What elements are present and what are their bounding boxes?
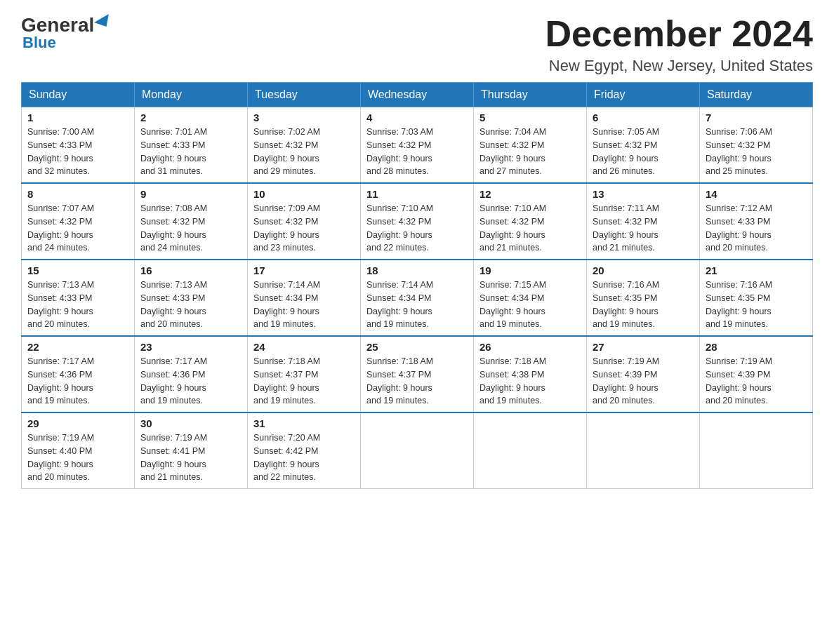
table-row: 24 Sunrise: 7:18 AM Sunset: 4:37 PM Dayl… bbox=[248, 336, 361, 412]
table-row: 15 Sunrise: 7:13 AM Sunset: 4:33 PM Dayl… bbox=[22, 260, 135, 336]
calendar-week-row: 8 Sunrise: 7:07 AM Sunset: 4:32 PM Dayli… bbox=[22, 183, 813, 260]
table-row: 27 Sunrise: 7:19 AM Sunset: 4:39 PM Dayl… bbox=[587, 336, 700, 412]
day-info: Sunrise: 7:02 AM Sunset: 4:32 PM Dayligh… bbox=[253, 126, 355, 178]
table-row: 20 Sunrise: 7:16 AM Sunset: 4:35 PM Dayl… bbox=[587, 260, 700, 336]
title-area: December 2024 New Egypt, New Jersey, Uni… bbox=[545, 14, 813, 75]
table-row: 19 Sunrise: 7:15 AM Sunset: 4:34 PM Dayl… bbox=[474, 260, 587, 336]
calendar-week-row: 22 Sunrise: 7:17 AM Sunset: 4:36 PM Dayl… bbox=[22, 336, 813, 412]
day-info: Sunrise: 7:18 AM Sunset: 4:38 PM Dayligh… bbox=[479, 355, 581, 408]
logo-blue: Blue bbox=[22, 34, 56, 52]
table-row: 5 Sunrise: 7:04 AM Sunset: 4:32 PM Dayli… bbox=[474, 107, 587, 184]
table-row: 10 Sunrise: 7:09 AM Sunset: 4:32 PM Dayl… bbox=[248, 183, 361, 260]
calendar-table: Sunday Monday Tuesday Wednesday Thursday… bbox=[21, 82, 813, 489]
table-row: 29 Sunrise: 7:19 AM Sunset: 4:40 PM Dayl… bbox=[22, 412, 135, 489]
table-row bbox=[587, 412, 700, 489]
day-number: 27 bbox=[593, 341, 694, 353]
table-row: 4 Sunrise: 7:03 AM Sunset: 4:32 PM Dayli… bbox=[361, 107, 474, 184]
table-row: 8 Sunrise: 7:07 AM Sunset: 4:32 PM Dayli… bbox=[22, 183, 135, 260]
day-info: Sunrise: 7:01 AM Sunset: 4:33 PM Dayligh… bbox=[140, 126, 241, 178]
day-info: Sunrise: 7:09 AM Sunset: 4:32 PM Dayligh… bbox=[253, 202, 355, 255]
day-info: Sunrise: 7:08 AM Sunset: 4:32 PM Dayligh… bbox=[140, 202, 241, 255]
logo-arrow-icon bbox=[94, 14, 114, 31]
header-friday: Friday bbox=[587, 83, 700, 107]
page-header: General Blue December 2024 New Egypt, Ne… bbox=[21, 14, 813, 75]
calendar-header-row: Sunday Monday Tuesday Wednesday Thursday… bbox=[22, 83, 813, 107]
table-row: 1 Sunrise: 7:00 AM Sunset: 4:33 PM Dayli… bbox=[22, 107, 135, 184]
day-number: 21 bbox=[706, 264, 807, 276]
header-tuesday: Tuesday bbox=[248, 83, 361, 107]
table-row: 30 Sunrise: 7:19 AM Sunset: 4:41 PM Dayl… bbox=[135, 412, 248, 489]
day-number: 13 bbox=[593, 188, 694, 200]
day-info: Sunrise: 7:12 AM Sunset: 4:33 PM Dayligh… bbox=[706, 202, 807, 255]
day-number: 22 bbox=[27, 341, 128, 353]
day-info: Sunrise: 7:07 AM Sunset: 4:32 PM Dayligh… bbox=[27, 202, 128, 255]
day-number: 17 bbox=[253, 264, 355, 276]
day-info: Sunrise: 7:06 AM Sunset: 4:32 PM Dayligh… bbox=[706, 126, 807, 178]
day-number: 31 bbox=[253, 417, 355, 429]
day-number: 14 bbox=[706, 188, 807, 200]
day-info: Sunrise: 7:11 AM Sunset: 4:32 PM Dayligh… bbox=[593, 202, 694, 255]
logo: General Blue bbox=[21, 14, 112, 52]
table-row: 16 Sunrise: 7:13 AM Sunset: 4:33 PM Dayl… bbox=[135, 260, 248, 336]
table-row: 3 Sunrise: 7:02 AM Sunset: 4:32 PM Dayli… bbox=[248, 107, 361, 184]
day-info: Sunrise: 7:15 AM Sunset: 4:34 PM Dayligh… bbox=[479, 279, 581, 331]
day-number: 28 bbox=[706, 341, 807, 353]
table-row: 26 Sunrise: 7:18 AM Sunset: 4:38 PM Dayl… bbox=[474, 336, 587, 412]
day-info: Sunrise: 7:14 AM Sunset: 4:34 PM Dayligh… bbox=[253, 279, 355, 331]
table-row: 25 Sunrise: 7:18 AM Sunset: 4:37 PM Dayl… bbox=[361, 336, 474, 412]
day-number: 15 bbox=[27, 264, 128, 276]
day-number: 2 bbox=[140, 112, 241, 123]
table-row: 9 Sunrise: 7:08 AM Sunset: 4:32 PM Dayli… bbox=[135, 183, 248, 260]
calendar-week-row: 29 Sunrise: 7:19 AM Sunset: 4:40 PM Dayl… bbox=[22, 412, 813, 489]
day-number: 29 bbox=[27, 417, 128, 429]
day-info: Sunrise: 7:13 AM Sunset: 4:33 PM Dayligh… bbox=[140, 279, 241, 331]
day-number: 25 bbox=[366, 341, 468, 353]
day-number: 19 bbox=[479, 264, 581, 276]
table-row: 14 Sunrise: 7:12 AM Sunset: 4:33 PM Dayl… bbox=[700, 183, 813, 260]
header-monday: Monday bbox=[135, 83, 248, 107]
table-row: 22 Sunrise: 7:17 AM Sunset: 4:36 PM Dayl… bbox=[22, 336, 135, 412]
table-row: 6 Sunrise: 7:05 AM Sunset: 4:32 PM Dayli… bbox=[587, 107, 700, 184]
day-number: 16 bbox=[140, 264, 241, 276]
table-row: 12 Sunrise: 7:10 AM Sunset: 4:32 PM Dayl… bbox=[474, 183, 587, 260]
table-row: 31 Sunrise: 7:20 AM Sunset: 4:42 PM Dayl… bbox=[248, 412, 361, 489]
day-info: Sunrise: 7:14 AM Sunset: 4:34 PM Dayligh… bbox=[366, 279, 468, 331]
day-number: 24 bbox=[253, 341, 355, 353]
table-row: 7 Sunrise: 7:06 AM Sunset: 4:32 PM Dayli… bbox=[700, 107, 813, 184]
day-info: Sunrise: 7:10 AM Sunset: 4:32 PM Dayligh… bbox=[479, 202, 581, 255]
day-info: Sunrise: 7:13 AM Sunset: 4:33 PM Dayligh… bbox=[27, 279, 128, 331]
header-sunday: Sunday bbox=[22, 83, 135, 107]
calendar-week-row: 15 Sunrise: 7:13 AM Sunset: 4:33 PM Dayl… bbox=[22, 260, 813, 336]
day-info: Sunrise: 7:19 AM Sunset: 4:40 PM Dayligh… bbox=[27, 431, 128, 484]
day-number: 6 bbox=[593, 112, 694, 123]
table-row: 2 Sunrise: 7:01 AM Sunset: 4:33 PM Dayli… bbox=[135, 107, 248, 184]
day-number: 20 bbox=[593, 264, 694, 276]
day-info: Sunrise: 7:19 AM Sunset: 4:39 PM Dayligh… bbox=[706, 355, 807, 408]
day-number: 10 bbox=[253, 188, 355, 200]
day-info: Sunrise: 7:16 AM Sunset: 4:35 PM Dayligh… bbox=[706, 279, 807, 331]
table-row: 17 Sunrise: 7:14 AM Sunset: 4:34 PM Dayl… bbox=[248, 260, 361, 336]
day-number: 12 bbox=[479, 188, 581, 200]
day-number: 9 bbox=[140, 188, 241, 200]
day-number: 1 bbox=[27, 112, 128, 123]
table-row: 28 Sunrise: 7:19 AM Sunset: 4:39 PM Dayl… bbox=[700, 336, 813, 412]
header-thursday: Thursday bbox=[474, 83, 587, 107]
day-info: Sunrise: 7:17 AM Sunset: 4:36 PM Dayligh… bbox=[140, 355, 241, 408]
table-row bbox=[474, 412, 587, 489]
day-number: 18 bbox=[366, 264, 468, 276]
table-row: 23 Sunrise: 7:17 AM Sunset: 4:36 PM Dayl… bbox=[135, 336, 248, 412]
location-title: New Egypt, New Jersey, United States bbox=[545, 57, 813, 75]
day-number: 30 bbox=[140, 417, 241, 429]
day-info: Sunrise: 7:05 AM Sunset: 4:32 PM Dayligh… bbox=[593, 126, 694, 178]
table-row: 18 Sunrise: 7:14 AM Sunset: 4:34 PM Dayl… bbox=[361, 260, 474, 336]
table-row: 11 Sunrise: 7:10 AM Sunset: 4:32 PM Dayl… bbox=[361, 183, 474, 260]
header-saturday: Saturday bbox=[700, 83, 813, 107]
day-number: 23 bbox=[140, 341, 241, 353]
day-number: 11 bbox=[366, 188, 468, 200]
day-info: Sunrise: 7:18 AM Sunset: 4:37 PM Dayligh… bbox=[366, 355, 468, 408]
month-title: December 2024 bbox=[545, 14, 813, 54]
day-number: 4 bbox=[366, 112, 468, 123]
day-info: Sunrise: 7:16 AM Sunset: 4:35 PM Dayligh… bbox=[593, 279, 694, 331]
day-info: Sunrise: 7:19 AM Sunset: 4:41 PM Dayligh… bbox=[140, 431, 241, 484]
day-number: 5 bbox=[479, 112, 581, 123]
